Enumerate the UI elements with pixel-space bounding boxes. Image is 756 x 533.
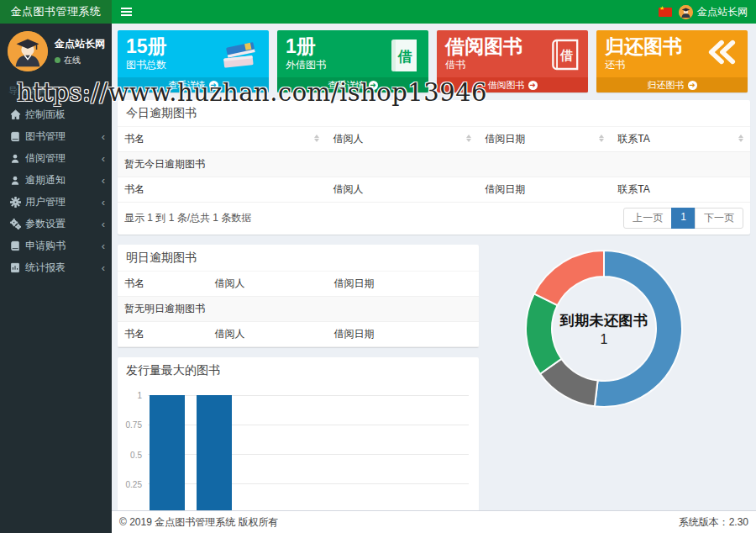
top-bar: 金点图书管理系统 金点站长网 xyxy=(0,0,756,24)
stat-value: 归还图书 xyxy=(605,36,739,57)
col-book-name[interactable]: 书名 xyxy=(118,127,326,152)
bar-chart: 00.250.50.751 xyxy=(118,383,479,510)
donut-center-text: 到期未还图书 1 xyxy=(541,311,667,347)
stat-card-total-books: 15册 图书总数 查看详情 ➜ xyxy=(118,30,269,92)
cn-flag-icon[interactable] xyxy=(659,8,672,17)
user-meta: 金点站长网 在线 xyxy=(55,37,105,66)
status-label: 在线 xyxy=(64,55,81,66)
bar xyxy=(197,395,232,510)
chevron-left-icon: ‹ xyxy=(102,240,105,251)
left-column: 明日逾期图书 书名 借阅人 借阅日期 暂无明日逾期图书 书名 xyxy=(118,245,479,510)
sidebar-item-dashboard[interactable]: 控制面板 xyxy=(0,103,112,125)
card-footer-link[interactable]: 查看详情 ➜ xyxy=(277,77,428,92)
stat-cards-row: 15册 图书总数 查看详情 ➜ 1册 外借图书 xyxy=(118,30,750,92)
col-book-name: 书名 xyxy=(118,177,326,203)
version-text: 系统版本：2.30 xyxy=(679,515,748,530)
donut-value: 1 xyxy=(541,332,667,347)
tomorrow-overdue-table: 书名 借阅人 借阅日期 暂无明日逾期图书 书名 借阅人 借阅日期 xyxy=(118,272,479,347)
main-content: 15册 图书总数 查看详情 ➜ 1册 外借图书 xyxy=(112,24,756,510)
sidebar-item-users[interactable]: 用户管理 ‹ xyxy=(0,191,112,213)
sidebar-item-borrowing[interactable]: 借阅管理 ‹ xyxy=(0,147,112,169)
card-footer-label: 借阅图书 xyxy=(488,79,525,92)
book-icon xyxy=(10,131,25,142)
arrow-circle-icon: ➜ xyxy=(369,81,378,90)
empty-row: 暂无明日逾期图书 xyxy=(118,297,479,322)
sidebar-toggle-icon[interactable] xyxy=(112,0,140,24)
tomorrow-overdue-card: 明日逾期图书 书名 借阅人 借阅日期 暂无明日逾期图书 书名 xyxy=(118,245,479,347)
action-card-return: 归还图书 还书 归还图书 ➜ xyxy=(596,30,748,92)
donut-label: 到期未还图书 xyxy=(541,311,667,330)
stat-label: 借书 xyxy=(445,58,580,72)
col-borrow-date[interactable]: 借阅日期 xyxy=(478,127,611,152)
arrow-circle-icon: ➜ xyxy=(209,81,218,90)
chevron-left-icon: ‹ xyxy=(102,262,105,273)
sidebar-item-settings[interactable]: 参数设置 ‹ xyxy=(0,213,112,235)
user-status: 在线 xyxy=(55,55,105,66)
prev-page-button[interactable]: 上一页 xyxy=(623,208,672,229)
user-panel: 金点站长网 在线 xyxy=(0,24,112,80)
pagination-summary: 显示 1 到 1 条/总共 1 条数据 xyxy=(124,211,251,225)
sidebar-item-label: 控制面板 xyxy=(25,108,66,122)
online-dot-icon xyxy=(55,57,60,63)
table-footer-row: 书名 借阅人 借阅日期 xyxy=(118,322,479,347)
empty-message: 暂无明日逾期图书 xyxy=(118,297,479,322)
sidebar-item-books[interactable]: 图书管理 ‹ xyxy=(0,125,112,147)
table-header-row: 书名 借阅人 借阅日期 联系TA xyxy=(118,127,750,152)
sidebar-item-label: 图书管理 xyxy=(25,129,66,144)
home-icon xyxy=(10,109,25,120)
today-overdue-title: 今日逾期图书 xyxy=(118,100,750,127)
card-footer-link[interactable]: 归还图书 ➜ xyxy=(596,77,748,92)
sidebar-item-label: 申请购书 xyxy=(25,239,66,253)
card-footer-link[interactable]: 查看详情 ➜ xyxy=(118,77,269,92)
user-menu[interactable]: 金点站长网 xyxy=(679,5,748,19)
main-footer: © 2019 金点图书管理系统 版权所有 系统版本：2.30 xyxy=(112,510,756,533)
sort-icon xyxy=(314,135,319,142)
card-footer-link[interactable]: 借阅图书 ➜ xyxy=(437,77,588,92)
chevron-left-icon: ‹ xyxy=(102,197,105,208)
next-page-button[interactable]: 下一页 xyxy=(695,208,743,229)
col-borrow-date: 借阅日期 xyxy=(478,177,611,203)
today-overdue-card: 今日逾期图书 书名 借阅人 借阅日期 联系TA 暂无今日逾期图书 书名 借阅人 … xyxy=(118,100,750,235)
sidebar-item-purchase-request[interactable]: 申请购书 ‹ xyxy=(0,235,112,256)
right-column: 到期未还图书 1 xyxy=(494,245,750,510)
stat-label: 还书 xyxy=(605,58,739,72)
book-management-app: 金点图书管理系统 金点站长网 金点站长网 xyxy=(0,0,756,533)
sidebar-item-overdue-notice[interactable]: 逾期通知 ‹ xyxy=(0,169,112,191)
card-footer-label: 查看详情 xyxy=(328,79,365,92)
table-pagination-bar: 显示 1 到 1 条/总共 1 条数据 上一页 1 下一页 xyxy=(118,203,750,235)
donut-segment-salmon xyxy=(534,251,604,305)
sidebar-item-label: 借阅管理 xyxy=(25,151,66,166)
empty-message: 暂无今日逾期图书 xyxy=(118,152,750,177)
chevron-left-icon: ‹ xyxy=(102,131,105,142)
col-borrower: 借阅人 xyxy=(208,322,328,347)
navbar-username: 金点站长网 xyxy=(697,5,748,19)
circulation-chart-card: 发行量最大的图书 00.250.50.751 xyxy=(118,357,479,510)
empty-row: 暂无今日逾期图书 xyxy=(118,152,750,177)
sort-icon xyxy=(466,135,471,142)
stat-value: 借阅图书 xyxy=(445,36,580,57)
nav-section-label: 导航菜单 xyxy=(0,80,112,103)
app-logo[interactable]: 金点图书管理系统 xyxy=(0,0,112,24)
col-contact: 联系TA xyxy=(611,177,750,203)
sidebar-item-reports[interactable]: 统计报表 ‹ xyxy=(0,256,112,278)
page-1-button[interactable]: 1 xyxy=(671,208,696,229)
stat-label: 外借图书 xyxy=(286,58,420,72)
col-contact[interactable]: 联系TA xyxy=(611,127,750,152)
stat-label: 图书总数 xyxy=(126,58,260,72)
sidebar-item-label: 逾期通知 xyxy=(25,173,66,187)
avatar xyxy=(679,5,693,19)
stat-value: 15册 xyxy=(126,36,260,57)
bar xyxy=(150,395,185,510)
stat-value: 1册 xyxy=(286,36,420,57)
gear-icon xyxy=(10,197,25,208)
col-borrow-date: 借阅日期 xyxy=(327,322,479,347)
sidebar-username: 金点站长网 xyxy=(55,37,105,51)
sort-icon xyxy=(738,135,743,142)
book-icon xyxy=(10,240,25,251)
col-book-name: 书名 xyxy=(118,322,208,347)
report-icon xyxy=(10,262,25,273)
pagination: 上一页 1 下一页 xyxy=(623,208,743,229)
today-overdue-table: 书名 借阅人 借阅日期 联系TA 暂无今日逾期图书 书名 借阅人 借阅日期 联系… xyxy=(118,127,750,203)
arrow-circle-icon: ➜ xyxy=(528,81,538,90)
col-borrower[interactable]: 借阅人 xyxy=(326,127,478,152)
